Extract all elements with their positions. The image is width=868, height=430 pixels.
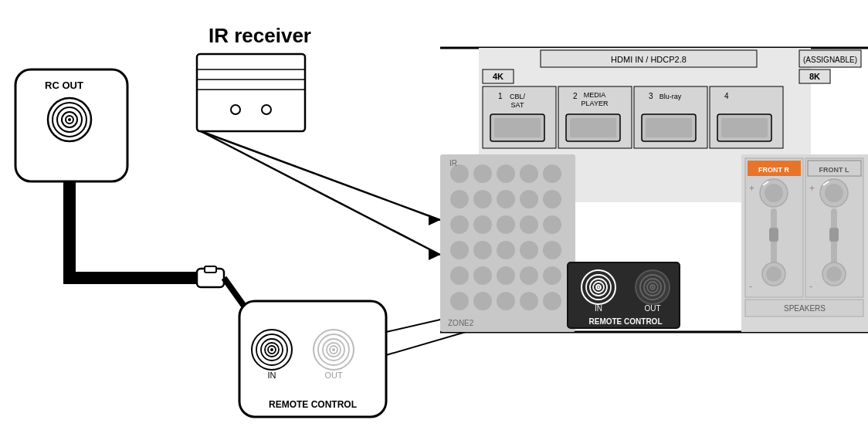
svg-rect-58	[721, 118, 768, 137]
svg-rect-110	[769, 228, 778, 242]
port2-num: 2	[573, 92, 578, 100]
svg-point-85	[450, 292, 469, 310]
svg-point-87	[497, 292, 515, 310]
svg-point-78	[520, 241, 538, 259]
svg-point-72	[497, 215, 515, 234]
svg-point-76	[473, 241, 492, 259]
svg-point-89	[543, 292, 561, 310]
svg-point-68	[520, 190, 538, 208]
port4-num: 4	[724, 92, 729, 100]
port2-label: MEDIA	[584, 91, 606, 99]
svg-rect-8	[197, 54, 305, 131]
svg-point-29	[270, 348, 273, 351]
svg-point-79	[543, 241, 561, 259]
port1-label: CBL/	[510, 93, 526, 100]
front-l-label: FRONT L	[819, 166, 849, 174]
svg-point-64	[543, 164, 561, 183]
svg-rect-21	[205, 266, 216, 273]
svg-rect-52	[570, 118, 616, 137]
front-r-minus: -	[749, 281, 752, 292]
front-l-plus: +	[809, 183, 815, 194]
svg-point-73	[520, 215, 538, 234]
svg-point-112	[766, 266, 782, 282]
svg-point-121	[826, 266, 842, 282]
svg-point-63	[520, 164, 538, 183]
8k-badge: 8K	[809, 72, 820, 81]
svg-point-35	[332, 348, 335, 351]
svg-point-80	[450, 266, 469, 285]
port3-label: Blu-ray	[659, 93, 682, 100]
port2-label2: PLAYER	[581, 100, 609, 107]
svg-point-71	[473, 215, 492, 234]
ir-receiver-device: IR receiver	[197, 24, 311, 131]
zone2-label: ZONE2	[448, 319, 474, 327]
svg-point-65	[450, 190, 469, 208]
svg-point-74	[543, 215, 561, 234]
rc-out-device: RC OUT	[15, 69, 127, 181]
svg-rect-55	[646, 118, 692, 137]
panel-in-label: IN	[595, 304, 602, 313]
svg-point-75	[450, 241, 469, 259]
svg-point-62	[497, 164, 515, 183]
svg-point-66	[473, 190, 492, 208]
svg-point-67	[497, 190, 515, 208]
svg-point-82	[497, 266, 515, 285]
svg-point-107	[765, 184, 783, 202]
assignable-label: (ASSIGNABLE)	[803, 56, 857, 64]
svg-rect-19	[63, 272, 210, 284]
svg-point-77	[497, 241, 515, 259]
ir-receiver-label: IR receiver	[209, 24, 311, 47]
svg-point-61	[473, 164, 492, 183]
port1-label2: SAT	[511, 101, 524, 109]
svg-rect-119	[829, 228, 839, 242]
remote-control-panel: IN OUT REMOTE CONTROL	[568, 262, 680, 328]
svg-point-88	[520, 292, 538, 310]
svg-point-86	[473, 292, 492, 310]
svg-point-102	[652, 286, 654, 289]
port1-num: 1	[498, 92, 503, 100]
ir-panel-label: IR	[449, 159, 457, 168]
panel-out-label: OUT	[644, 304, 660, 313]
rc-in-label-left: IN	[268, 371, 276, 380]
rc-out-label: RC OUT	[45, 80, 83, 91]
port3-num: 3	[649, 92, 653, 100]
svg-point-7	[68, 118, 71, 121]
front-l-minus: -	[809, 281, 812, 292]
speakers-label: SPEAKERS	[784, 304, 826, 313]
front-r-plus: +	[749, 183, 754, 194]
diagram-container: RC OUT IR receiver	[0, 0, 868, 430]
svg-rect-49	[494, 118, 541, 137]
svg-point-96	[598, 286, 600, 289]
svg-point-83	[520, 266, 538, 285]
svg-rect-18	[63, 181, 76, 274]
svg-point-116	[825, 184, 843, 202]
rc-out-label-left: OUT	[324, 371, 343, 380]
svg-point-69	[543, 190, 561, 208]
remote-control-panel-label: REMOTE CONTROL	[589, 317, 663, 326]
svg-point-84	[543, 266, 561, 285]
front-r-label: FRONT R	[758, 166, 789, 174]
svg-point-81	[473, 266, 492, 285]
svg-point-70	[450, 215, 469, 234]
4k-badge: 4K	[493, 72, 504, 81]
remote-control-label-left: REMOTE CONTROL	[269, 399, 357, 410]
remote-control-device-left: IN OUT REMOTE CONTROL	[239, 301, 386, 417]
hdmi-header: HDMI IN / HDCP2.8	[611, 55, 687, 64]
